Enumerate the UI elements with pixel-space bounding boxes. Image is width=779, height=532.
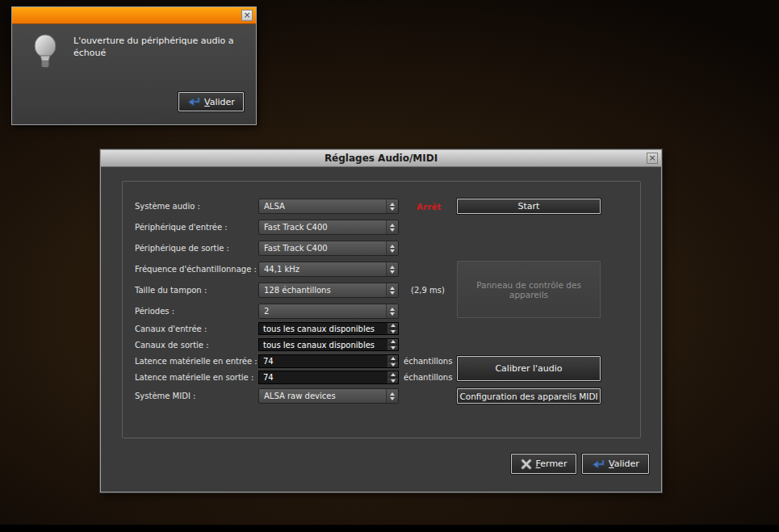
settings-dialog-titlebar[interactable]: Réglages Audio/MIDI × <box>101 150 661 167</box>
row-output-channels: Canaux de sortie : tous les canaux dispo… <box>123 338 640 351</box>
start-button-label: Start <box>518 201 540 212</box>
input-device-label: Périphérique d'entrée : <box>135 220 228 235</box>
spinner-arrows-icon[interactable] <box>387 371 398 383</box>
output-device-label: Périphérique de sortie : <box>135 241 229 256</box>
audio-system-select[interactable]: ALSA <box>258 199 399 214</box>
input-channels-spinner[interactable]: tous les canaux disponibles <box>258 322 399 335</box>
midi-device-config-button[interactable]: Configuration des appareils MIDI <box>457 388 601 404</box>
midi-system-value: ALSA raw devices <box>259 392 386 400</box>
close-icon: × <box>648 153 655 163</box>
sample-rate-select[interactable]: 44,1 kHz <box>258 262 399 277</box>
calibrate-audio-button[interactable]: Calibrer l'audio <box>457 356 601 381</box>
buffer-size-select[interactable]: 128 échantillons <box>258 283 399 298</box>
screen-bottom-strip <box>0 525 779 532</box>
input-latency-value: 74 <box>259 355 387 367</box>
row-input-channels: Canaux d'entrée : tous les canaux dispon… <box>123 322 640 335</box>
error-validate-button[interactable]: Valider <box>178 92 244 111</box>
error-dialog-body: L'ouverture du périphérique audio a écho… <box>12 24 256 124</box>
input-latency-label: Latence matérielle en entrée : <box>135 354 258 368</box>
audio-error-dialog: × L'ouverture du périphérique audio a éc… <box>11 6 257 125</box>
device-control-panel-label: Panneau de contrôle des appareils <box>464 280 593 300</box>
input-latency-unit: échantillons <box>404 354 452 368</box>
audio-midi-settings-dialog: Réglages Audio/MIDI × Système audio : AL… <box>100 149 662 492</box>
combo-arrows-icon <box>386 220 398 234</box>
output-latency-unit: échantillons <box>404 371 452 384</box>
close-dialog-label: Fermer <box>536 459 567 469</box>
device-control-panel-button: Panneau de contrôle des appareils <box>457 261 601 318</box>
sample-rate-label: Fréquence d'échantillonnage : <box>135 262 257 277</box>
error-close-button[interactable]: × <box>241 10 253 21</box>
desktop-background: × L'ouverture du périphérique audio a éc… <box>0 0 779 532</box>
row-input-device: Périphérique d'entrée : Fast Track C400 <box>123 220 640 235</box>
validate-dialog-label: Valider <box>609 459 639 469</box>
output-latency-value: 74 <box>259 371 387 383</box>
combo-arrows-icon <box>386 283 398 297</box>
input-channels-value: tous les canaux disponibles <box>259 323 387 334</box>
combo-arrows-icon <box>386 389 398 403</box>
output-latency-spinner[interactable]: 74 <box>258 371 399 384</box>
output-device-value: Fast Track C400 <box>259 244 386 253</box>
periods-value: 2 <box>259 307 386 316</box>
output-channels-label: Canaux de sortie : <box>135 338 209 351</box>
combo-arrows-icon <box>386 262 398 276</box>
calibrate-audio-label: Calibrer l'audio <box>495 363 562 374</box>
close-icon: × <box>243 10 250 20</box>
settings-dialog-body: Système audio : ALSA Arrêt Périphérique … <box>101 167 661 492</box>
combo-arrows-icon <box>386 241 398 255</box>
settings-panel: Système audio : ALSA Arrêt Périphérique … <box>122 181 641 438</box>
input-channels-label: Canaux d'entrée : <box>135 322 207 335</box>
midi-system-select[interactable]: ALSA raw devices <box>258 388 399 404</box>
row-output-device: Périphérique de sortie : Fast Track C400 <box>123 241 640 256</box>
output-channels-value: tous les canaux disponibles <box>259 339 387 350</box>
output-device-select[interactable]: Fast Track C400 <box>258 241 399 256</box>
input-device-value: Fast Track C400 <box>259 223 386 232</box>
output-latency-label: Latence matérielle en sortie : <box>135 371 253 384</box>
audio-system-label: Système audio : <box>135 199 200 214</box>
close-x-icon <box>521 459 532 470</box>
sample-rate-value: 44,1 kHz <box>259 265 386 274</box>
dialog-title: Réglages Audio/MIDI <box>325 153 438 164</box>
midi-system-label: Système MIDI : <box>135 388 195 404</box>
buffer-size-label: Taille du tampon : <box>135 283 207 298</box>
validate-dialog-button[interactable]: Valider <box>582 454 649 474</box>
spinner-arrows-icon[interactable] <box>387 355 398 367</box>
start-button[interactable]: Start <box>457 199 601 214</box>
settings-close-button[interactable]: × <box>647 153 658 164</box>
input-device-select[interactable]: Fast Track C400 <box>258 220 399 235</box>
error-message: L'ouverture du périphérique audio a écho… <box>73 36 249 60</box>
lightbulb-icon <box>31 34 59 71</box>
spinner-arrows-icon[interactable] <box>387 323 398 334</box>
enter-arrow-icon <box>592 459 605 470</box>
error-dialog-titlebar[interactable]: × <box>12 7 256 24</box>
input-latency-spinner[interactable]: 74 <box>258 354 399 368</box>
buffer-size-value: 128 échantillons <box>259 286 386 295</box>
periods-label: Périodes : <box>135 304 174 319</box>
buffer-duration-text: (2,9 ms) <box>411 283 445 298</box>
midi-device-config-label: Configuration des appareils MIDI <box>459 392 597 401</box>
periods-select[interactable]: 2 <box>258 304 399 319</box>
audio-system-value: ALSA <box>259 202 386 211</box>
spinner-arrows-icon[interactable] <box>387 339 398 350</box>
combo-arrows-icon <box>386 304 398 318</box>
enter-arrow-icon <box>187 96 200 107</box>
audio-status-text: Arrêt <box>417 199 442 214</box>
error-validate-label: Valider <box>204 97 235 107</box>
output-channels-spinner[interactable]: tous les canaux disponibles <box>258 338 399 351</box>
combo-arrows-icon <box>386 199 398 213</box>
close-dialog-button[interactable]: Fermer <box>511 454 576 474</box>
